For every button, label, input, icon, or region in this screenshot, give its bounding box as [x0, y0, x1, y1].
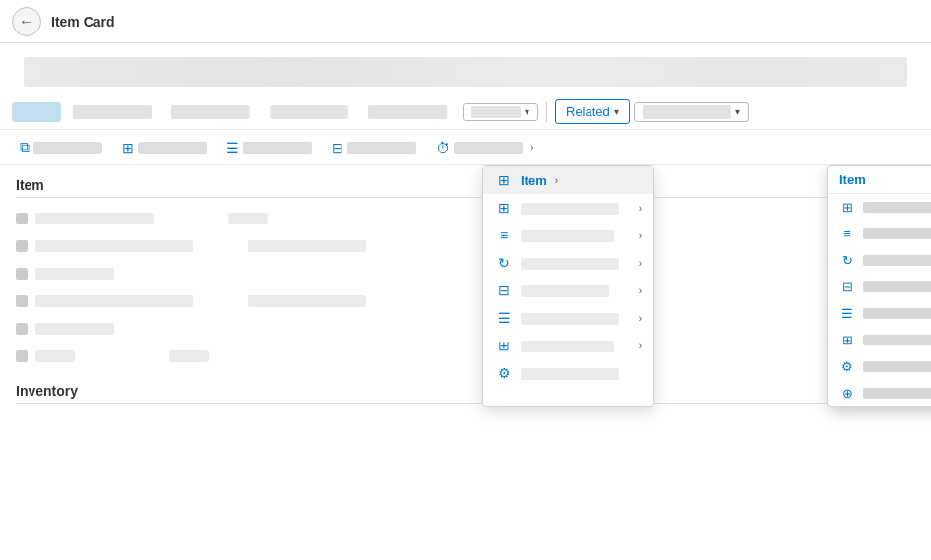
sub-redact-3: [243, 142, 312, 154]
submenu-redact-4: [863, 281, 931, 292]
sub-item-3[interactable]: ☰: [218, 136, 320, 159]
back-icon: ←: [19, 13, 34, 31]
related-menu-arrow-7: ›: [639, 341, 642, 351]
submenu-icon-3: ↻: [839, 253, 855, 268]
sub-redact-2: [138, 142, 207, 154]
sub-item-1[interactable]: ⧉: [12, 135, 110, 159]
toolbar-right-chevron-icon: ▾: [735, 106, 740, 117]
toolbar-dropdown[interactable]: ▾: [463, 103, 538, 121]
submenu-icon-7: ⚙: [839, 359, 855, 374]
sub-icon-4: ⊟: [332, 140, 343, 156]
sub-item-4[interactable]: ⊟: [324, 136, 424, 159]
redacted-bar: [24, 57, 907, 87]
field-val-1a: [35, 213, 154, 224]
submenu-header-label: Item: [839, 172, 866, 187]
toolbar-item-3[interactable]: [262, 101, 356, 123]
related-menu-arrow-3: ›: [639, 230, 642, 241]
toolbar-right-redact: [643, 105, 731, 119]
sub-redact-5: [454, 142, 523, 154]
related-label: Related: [566, 104, 610, 119]
sub-icon-1: ⧉: [20, 139, 30, 156]
menu-icon-3: ≡: [495, 227, 513, 243]
menu-redact-2: [521, 201, 631, 216]
main-toolbar: ▾ Related ▾ ▾: [0, 94, 931, 130]
submenu-redact-1: [863, 202, 931, 213]
submenu-redact-6: [863, 335, 931, 345]
submenu-redact-3: [863, 255, 931, 266]
related-menu-arrow-5: ›: [639, 285, 642, 296]
menu-grid-icon: ⊞: [495, 172, 513, 188]
related-menu-item-8[interactable]: ⚙: [483, 359, 653, 387]
menu-redact-3: [521, 228, 631, 243]
sub-arrow-icon: ›: [530, 142, 533, 153]
related-button[interactable]: Related ▾: [555, 99, 630, 124]
toolbar-right-dropdown[interactable]: ▾: [634, 102, 749, 122]
back-button[interactable]: ←: [12, 7, 41, 36]
field-check-5: [16, 323, 28, 335]
submenu-redact-5: [863, 308, 931, 319]
related-menu-item-item[interactable]: ⊞ Item ›: [483, 166, 653, 194]
field-val-1b: [228, 213, 268, 224]
menu-icon-6: ☰: [495, 310, 513, 326]
submenu-item-5[interactable]: ☰: [828, 300, 931, 327]
field-check-2: [16, 240, 28, 252]
field-val-4a: [35, 295, 193, 307]
toolbar-separator: [546, 102, 547, 122]
submenu-icon-5: ☰: [839, 306, 855, 321]
menu-icon-7: ⊞: [495, 338, 513, 353]
submenu-icon-6: ⊞: [839, 333, 855, 347]
submenu-item-1[interactable]: ⊞: [828, 194, 931, 220]
field-val-2b: [248, 240, 366, 252]
toolbar-item-2[interactable]: [163, 101, 258, 123]
submenu-icon-2: ≡: [839, 226, 855, 241]
related-menu-item-4[interactable]: ↻ ›: [483, 249, 653, 277]
sub-redact-4: [347, 142, 416, 154]
related-menu-item-3[interactable]: ≡ ›: [483, 221, 653, 249]
clock-icon: ⏱: [436, 140, 450, 156]
sub-icon-2: ⊞: [122, 140, 134, 156]
toolbar-blue-item[interactable]: [12, 102, 61, 122]
submenu-item-7[interactable]: ⚙: [828, 353, 931, 380]
submenu-icon-1: ⊞: [839, 200, 855, 215]
field-check-1: [16, 213, 28, 224]
toolbar-dd-chevron: ▾: [525, 106, 529, 117]
menu-icon-4: ↻: [495, 255, 513, 271]
toolbar-item-1[interactable]: [65, 101, 159, 123]
related-menu-arrow-4: ›: [639, 258, 642, 269]
submenu-item-3[interactable]: ↻: [828, 247, 931, 274]
submenu-item-6[interactable]: ⊞: [828, 327, 931, 353]
submenu-item-2[interactable]: ≡: [828, 220, 931, 247]
submenu-item-8[interactable]: ⊕: [828, 380, 931, 406]
toolbar-item-4[interactable]: [360, 101, 455, 123]
related-menu-item-7[interactable]: ⊞ ›: [483, 332, 653, 359]
sub-item-5[interactable]: ⏱ ›: [428, 136, 541, 159]
submenu-icon-4: ⊟: [839, 280, 855, 294]
field-val-3: [35, 268, 114, 280]
toolbar-redact-4: [368, 105, 447, 119]
related-menu-item-6[interactable]: ☰ ›: [483, 304, 653, 332]
menu-redact-4: [521, 256, 631, 271]
field-val-2a: [35, 240, 193, 252]
menu-redact-8: [521, 366, 642, 381]
related-menu-item-5[interactable]: ⊟ ›: [483, 277, 653, 304]
toolbar-redact-2: [171, 105, 250, 119]
redacted-info-bar: [0, 43, 931, 87]
related-menu-item-2[interactable]: ⊞ ›: [483, 194, 653, 221]
field-val-6: [35, 350, 75, 362]
sub-toolbar: ⧉ ⊞ ☰ ⊟ ⏱ ›: [0, 130, 931, 165]
menu-redact-6: [521, 311, 631, 326]
toolbar-dd-redact: [471, 106, 521, 118]
toolbar-redact-3: [270, 105, 348, 119]
sub-redact-1: [33, 142, 102, 154]
field-val-4b: [248, 295, 366, 307]
sub-icon-3: ☰: [226, 140, 239, 156]
menu-redact-7: [521, 339, 631, 353]
related-dropdown-menu: ⊞ Item › ⊞ › ≡ › ↻ ›: [482, 165, 654, 407]
field-check-4: [16, 295, 28, 307]
top-bar: ← Item Card: [0, 0, 931, 43]
related-menu-item-label: Item: [521, 173, 547, 188]
submenu-item-4[interactable]: ⊟: [828, 274, 931, 300]
menu-icon-8: ⚙: [495, 365, 513, 381]
sub-item-2[interactable]: ⊞: [114, 136, 215, 159]
related-menu-arrow-6: ›: [639, 313, 642, 324]
